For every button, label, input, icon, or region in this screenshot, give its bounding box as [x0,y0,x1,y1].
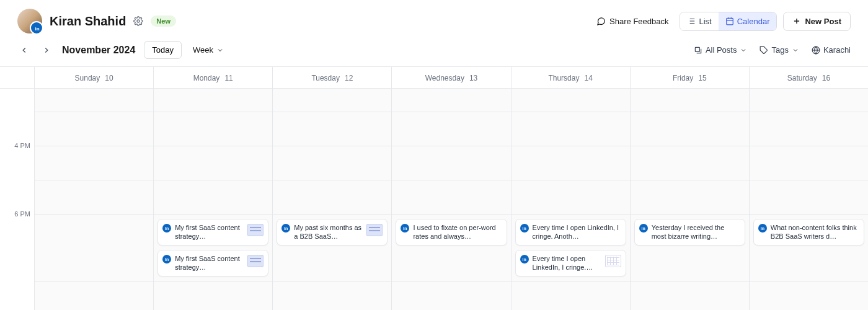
linkedin-icon: in [162,255,171,264]
day-header: Sunday10 [35,67,154,88]
linkedin-icon: in [639,224,648,232]
new-post-label: New Post [805,17,841,26]
linkedin-icon: in [758,224,767,232]
month-label: November 2024 [62,45,135,56]
all-posts-filter[interactable]: All Posts [694,45,748,55]
list-icon [687,17,696,25]
new-post-button[interactable]: New Post [783,12,851,31]
prev-button[interactable] [17,43,31,57]
post-text: What non-content folks think B2B SaaS wr… [771,223,859,241]
linkedin-icon: in [281,224,290,232]
post-card[interactable]: in I used to fixate on per-word rates an… [396,219,507,246]
thumbnail [366,224,383,236]
svg-rect-7 [726,18,733,24]
post-text: Every time I open LinkedIn, I cringe. An… [533,223,621,241]
tags-label: Tags [771,45,788,55]
range-dropdown[interactable]: Week [190,42,226,58]
calendar-header-row: Sunday10 Monday11 Tuesday12 Wednesday13 … [0,67,868,89]
post-text: My first SaaS content strategy… [175,223,244,241]
day-header: Tuesday12 [273,67,392,88]
chevron-down-icon [792,46,799,54]
linkedin-icon: in [32,23,43,34]
globe-icon [812,46,820,55]
day-header: Wednesday13 [392,67,511,88]
post-card[interactable]: in Every time I open LinkedIn, I cringe.… [515,250,626,277]
day-column-saturday[interactable]: in What non-content folks think B2B SaaS… [750,89,868,310]
feedback-label: Share Feedback [609,17,668,26]
plus-icon [792,17,801,25]
range-label: Week [193,45,213,55]
post-card[interactable]: in Every time I open LinkedIn, I cringe.… [515,219,626,246]
day-column-tuesday[interactable]: in My past six months as a B2B SaaS… [273,89,392,310]
today-button[interactable]: Today [144,41,182,59]
post-text: Yesterday I received the most bizarre wr… [652,223,740,241]
day-column-thursday[interactable]: in Every time I open LinkedIn, I cringe.… [512,89,631,310]
chat-icon [596,17,606,26]
thumbnail [247,255,264,267]
linkedin-icon: in [520,255,529,264]
thumbnail [247,224,264,236]
day-column-monday[interactable]: in My first SaaS content strategy… in My… [154,89,273,310]
post-text: My first SaaS content strategy… [175,254,244,272]
post-card[interactable]: in My first SaaS content strategy… [157,250,268,277]
linkedin-icon: in [520,224,529,232]
thumbnail [605,255,621,267]
calendar-icon [725,17,734,25]
next-button[interactable] [40,43,53,57]
svg-rect-13 [695,47,699,51]
chevron-left-icon [20,46,29,55]
post-text: I used to fixate on per-word rates and a… [413,223,502,241]
calendar-label: Calendar [737,17,770,26]
day-column-wednesday[interactable]: in I used to fixate on per-word rates an… [392,89,511,310]
chevron-right-icon [42,46,51,55]
all-posts-label: All Posts [706,45,737,55]
post-card[interactable]: in My first SaaS content strategy… [157,219,268,246]
calendar-view-button[interactable]: Calendar [719,12,777,30]
stack-icon [694,46,702,55]
day-header: Friday15 [631,67,750,88]
share-feedback-button[interactable]: Share Feedback [591,13,673,30]
linkedin-icon: in [401,224,409,232]
timezone-picker[interactable]: Karachi [812,45,851,55]
post-text: Every time I open LinkedIn, I cringe.… [533,254,601,272]
list-view-button[interactable]: List [680,12,718,30]
day-header: Thursday14 [512,67,631,88]
tags-filter[interactable]: Tags [760,45,799,55]
chevron-down-icon [740,46,747,54]
day-header: Saturday16 [750,67,868,88]
avatar[interactable]: in [17,9,42,33]
svg-point-0 [137,20,140,22]
post-text: My past six months as a B2B SaaS… [294,223,363,241]
tag-icon [760,46,768,55]
linkedin-icon: in [162,224,171,232]
status-badge-new: New [151,16,176,27]
time-label: 4 PM [14,142,30,149]
list-label: List [699,17,711,26]
day-header: Monday11 [154,67,273,88]
post-card[interactable]: in My past six months as a B2B SaaS… [277,219,388,246]
day-column-friday[interactable]: in Yesterday I received the most bizarre… [631,89,750,310]
page-title: Kiran Shahid [50,14,126,29]
time-label: 6 PM [14,210,30,218]
view-switcher: List Calendar [680,12,777,31]
tz-label: Karachi [823,45,851,55]
day-column-sunday[interactable] [35,89,154,310]
chevron-down-icon [216,46,224,54]
gear-icon[interactable] [133,16,143,26]
post-card[interactable]: in What non-content folks think B2B SaaS… [753,219,864,246]
post-card[interactable]: in Yesterday I received the most bizarre… [634,219,745,246]
